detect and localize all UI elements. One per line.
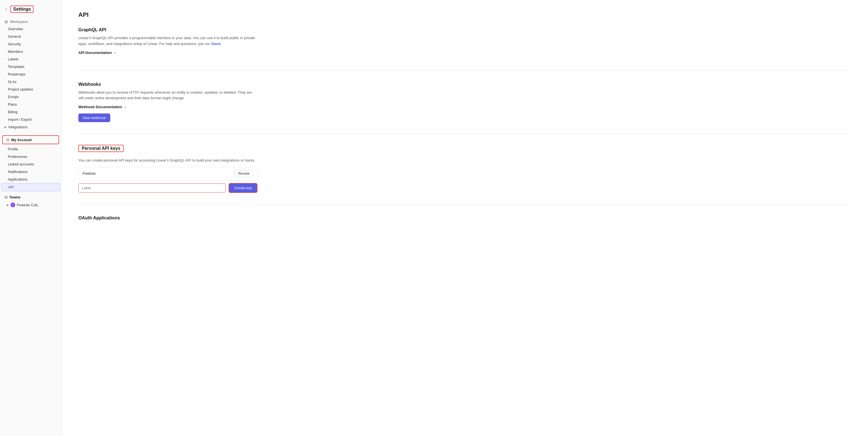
graphql-api-section: GraphQL API Linear's GraphQL API provide…: [79, 27, 851, 71]
sidebar-item-roadmaps[interactable]: Roadmaps: [1, 70, 60, 78]
sidebar-item-notifications[interactable]: Notifications: [1, 168, 60, 175]
sidebar-item-general[interactable]: General: [1, 33, 60, 40]
sidebar-item-import-export[interactable]: Import / Export: [1, 116, 60, 123]
webhooks-section-title: Webhooks: [79, 82, 851, 87]
sidebar-item-applications[interactable]: Applications: [1, 175, 60, 183]
api-key-row-fivetran: Fivetran Revoke: [79, 167, 257, 180]
main-content: API GraphQL API Linear's GraphQL API pro…: [62, 0, 868, 436]
fivetran-chevron-icon: ▶: [7, 203, 9, 206]
fivetran-label: Fivetran ColL: [17, 203, 38, 207]
graphql-section-title: GraphQL API: [79, 27, 851, 32]
label-input[interactable]: [79, 183, 226, 193]
my-account-icon: ⊙: [6, 137, 9, 142]
personal-api-section: Personal API keys You can create persona…: [79, 145, 851, 204]
teams-section-label[interactable]: ⊟ Teams: [0, 193, 61, 201]
workspace-icon: ⊟: [4, 20, 8, 24]
personal-api-section-title: Personal API keys: [79, 145, 124, 152]
api-key-name-fivetran: Fivetran: [83, 171, 96, 175]
teams-label: Teams: [9, 195, 21, 199]
sidebar-item-slas[interactable]: SLAs: [1, 78, 60, 86]
webhooks-section-desc: Webhooks allow you to receive HTTP reque…: [79, 90, 257, 101]
sidebar-item-billing[interactable]: Billing: [1, 108, 60, 116]
sidebar-item-plans[interactable]: Plans: [1, 101, 60, 108]
back-button[interactable]: ‹: [4, 6, 8, 12]
oauth-section: OAuth Applications: [79, 215, 851, 234]
create-key-row: Create key: [79, 183, 257, 193]
sidebar-item-labels[interactable]: Labels: [1, 55, 60, 63]
sidebar-item-emojis[interactable]: Emojis: [1, 93, 60, 101]
fivetran-avatar: F: [11, 203, 15, 207]
sidebar-item-overview[interactable]: Overview: [1, 25, 60, 33]
sidebar-item-fivetran[interactable]: ▶ F Fivetran ColL: [0, 201, 61, 209]
slack-link[interactable]: Slack: [211, 42, 221, 46]
workspace-section-label: ⊟ Workspace: [0, 17, 61, 25]
page-title: API: [79, 11, 851, 19]
integrations-label: Integrations: [8, 125, 27, 129]
sidebar-item-api[interactable]: API: [1, 183, 60, 191]
sidebar-item-integrations[interactable]: ▶ Integrations: [0, 123, 61, 131]
sidebar-item-linked-accounts[interactable]: Linked accounts: [1, 160, 60, 168]
sidebar-item-templates[interactable]: Templates: [1, 63, 60, 70]
my-account-section[interactable]: ⊙ My Account: [2, 135, 59, 144]
personal-api-desc: You can create personal API keys for acc…: [79, 158, 257, 164]
webhook-doc-link[interactable]: Webhook Documentation →: [79, 105, 127, 109]
sidebar-item-members[interactable]: Members: [1, 48, 60, 55]
sidebar: ‹ Settings ⊟ Workspace Overview General …: [0, 0, 62, 436]
graphql-section-desc: Linear's GraphQL API provides a programm…: [79, 35, 257, 47]
sidebar-header: ‹ Settings: [0, 4, 61, 17]
sidebar-item-profile[interactable]: Profile: [1, 145, 60, 153]
teams-icon: ⊟: [4, 195, 7, 199]
sidebar-item-project-updates[interactable]: Project updates: [1, 86, 60, 93]
sidebar-item-preferences[interactable]: Preferences: [1, 153, 60, 160]
my-account-label: My Account: [11, 138, 32, 142]
create-key-button[interactable]: Create key: [228, 183, 257, 193]
settings-title: Settings: [10, 6, 34, 13]
api-doc-link[interactable]: API Documentation →: [79, 51, 117, 55]
sidebar-item-security[interactable]: Security: [1, 40, 60, 48]
webhooks-section: Webhooks Webhooks allow you to receive H…: [79, 82, 851, 134]
new-webhook-button[interactable]: New webhook: [79, 113, 110, 122]
revoke-button-fivetran[interactable]: Revoke: [235, 170, 253, 177]
oauth-section-title: OAuth Applications: [79, 215, 851, 221]
integrations-chevron-icon: ▶: [4, 126, 7, 129]
